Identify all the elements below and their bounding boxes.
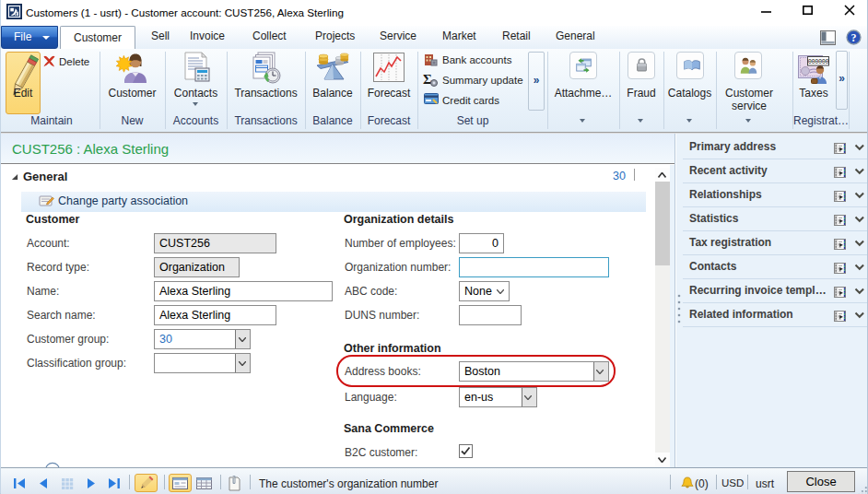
svg-text:000000: 000000	[808, 58, 829, 65]
svg-text:?: ?	[851, 31, 857, 44]
